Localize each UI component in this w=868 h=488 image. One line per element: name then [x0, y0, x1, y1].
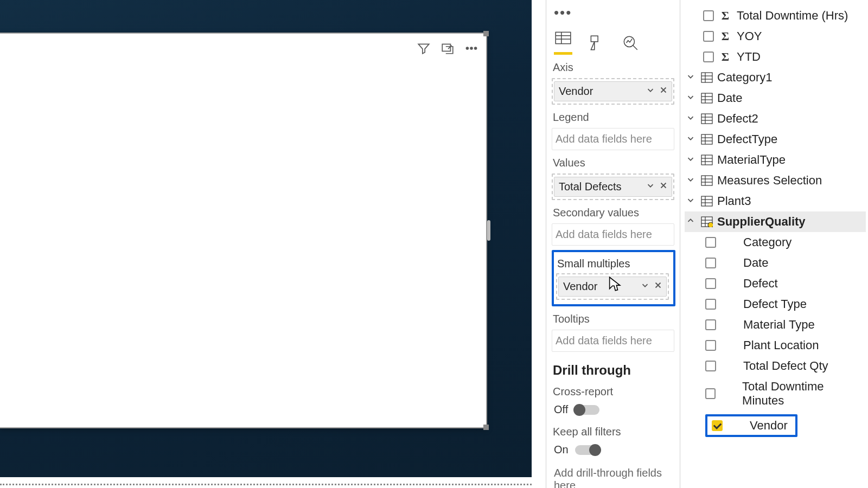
field-row[interactable]: Total Defect Qty: [685, 356, 866, 376]
remove-field-icon[interactable]: [653, 280, 663, 293]
field-row[interactable]: Σ YOY: [685, 26, 866, 47]
table-name: Defect2: [717, 112, 758, 126]
svg-rect-19: [701, 114, 712, 124]
chevron-down-icon[interactable]: [646, 181, 655, 193]
tooltips-well[interactable]: Add data fields here: [552, 330, 674, 352]
small-multiples-field-name: Vendor: [563, 280, 597, 293]
chevron-down-icon[interactable]: [686, 70, 697, 85]
pane-more-icon[interactable]: •••: [552, 4, 676, 21]
field-checkbox[interactable]: [705, 278, 716, 289]
table-row[interactable]: Category1: [685, 67, 866, 88]
more-options-icon[interactable]: [464, 41, 478, 57]
field-checkbox[interactable]: [703, 31, 714, 42]
axis-well[interactable]: Vendor: [552, 78, 674, 105]
field-checkbox[interactable]: [705, 340, 716, 351]
values-field-chip[interactable]: Total Defects: [554, 177, 672, 197]
field-checkbox[interactable]: [712, 420, 723, 431]
field-row[interactable]: Category: [685, 232, 866, 253]
table-name: DefectType: [717, 132, 777, 146]
field-checkbox[interactable]: [705, 319, 716, 330]
chevron-down-icon[interactable]: [686, 112, 697, 126]
field-row[interactable]: Material Type: [685, 314, 866, 335]
table-row[interactable]: Measures Selection: [685, 170, 866, 191]
table-icon: [701, 196, 713, 207]
cross-report-toggle[interactable]: [575, 405, 599, 415]
remove-field-icon[interactable]: [659, 85, 668, 98]
svg-rect-23: [701, 134, 712, 144]
table-icon: [701, 175, 713, 186]
remove-field-icon[interactable]: [659, 181, 668, 193]
fields-tab[interactable]: [554, 29, 572, 55]
small-multiples-well[interactable]: Vendor: [556, 273, 669, 300]
vendor-highlight: Vendor: [705, 414, 797, 437]
svg-rect-11: [701, 73, 712, 82]
field-row-vendor[interactable]: Vendor: [685, 411, 866, 440]
field-name: YOY: [737, 29, 762, 43]
field-checkbox[interactable]: [705, 237, 716, 248]
focus-mode-icon[interactable]: [441, 41, 455, 57]
axis-field-chip[interactable]: Vendor: [554, 81, 672, 101]
field-name: Defect: [743, 277, 778, 291]
table-icon: [701, 72, 713, 83]
field-checkbox[interactable]: [705, 361, 716, 371]
field-name: Date: [743, 256, 768, 270]
axis-label: Axis: [552, 59, 676, 74]
analytics-tab[interactable]: [621, 34, 640, 55]
keep-all-filters-toggle[interactable]: [575, 445, 600, 455]
visual-placeholder[interactable]: [0, 33, 487, 428]
field-row[interactable]: Defect Type: [685, 294, 866, 314]
field-name: Plant Location: [743, 338, 819, 352]
table-name: MaterialType: [717, 153, 786, 167]
table-icon: [701, 134, 713, 145]
filter-icon[interactable]: [417, 41, 431, 57]
field-row[interactable]: Defect: [685, 273, 866, 294]
field-name: Total Defect Qty: [743, 359, 828, 373]
small-multiples-field-chip[interactable]: Vendor: [558, 277, 667, 297]
field-row[interactable]: Date: [685, 253, 866, 273]
report-canvas[interactable]: [0, 0, 546, 488]
secondary-values-well[interactable]: Add data fields here: [552, 223, 674, 246]
svg-rect-15: [701, 93, 712, 103]
table-icon: [701, 155, 713, 165]
tooltips-label: Tooltips: [552, 311, 676, 325]
chevron-down-icon[interactable]: [640, 280, 650, 293]
field-checkbox[interactable]: [705, 299, 716, 310]
chevron-up-icon[interactable]: [686, 215, 697, 229]
table-row[interactable]: Date: [685, 88, 866, 108]
resize-handle-right[interactable]: [487, 220, 490, 241]
table-row[interactable]: MaterialType: [685, 150, 866, 170]
chevron-down-icon[interactable]: [686, 174, 697, 188]
table-row[interactable]: Defect2: [685, 108, 866, 129]
field-checkbox[interactable]: [703, 52, 714, 62]
resize-handle-top-right[interactable]: [483, 31, 489, 36]
small-multiples-highlight: Small multiples Vendor: [552, 250, 675, 306]
svg-point-1: [466, 47, 468, 49]
field-checkbox[interactable]: [703, 10, 714, 21]
resize-handle-bottom-right[interactable]: [483, 425, 489, 430]
field-checkbox[interactable]: [705, 258, 716, 268]
chevron-down-icon[interactable]: [686, 91, 697, 105]
sigma-icon: Σ: [719, 9, 731, 23]
svg-rect-8: [591, 36, 598, 42]
field-row[interactable]: Total Downtime Minutes: [685, 376, 866, 411]
chevron-down-icon[interactable]: [686, 194, 697, 208]
chevron-down-icon[interactable]: [686, 153, 697, 167]
table-row[interactable]: DefectType: [685, 129, 866, 150]
format-tab[interactable]: [588, 34, 606, 55]
values-well[interactable]: Total Defects: [552, 174, 674, 200]
table-row[interactable]: Plant3: [685, 191, 866, 211]
field-row[interactable]: Σ YTD: [685, 47, 866, 67]
field-row[interactable]: Plant Location: [685, 335, 866, 356]
chevron-down-icon[interactable]: [686, 132, 697, 146]
table-supplierquality[interactable]: SupplierQuality: [685, 211, 866, 232]
chevron-down-icon[interactable]: [646, 85, 655, 98]
field-row[interactable]: Σ Total Downtime (Hrs): [685, 5, 866, 26]
axis-field-name: Vendor: [559, 85, 593, 98]
field-checkbox[interactable]: [705, 388, 716, 399]
table-icon: [701, 113, 713, 124]
drill-through-well[interactable]: Add drill-through fields here: [552, 464, 676, 488]
field-name: Total Downtime (Hrs): [737, 9, 848, 23]
sigma-icon: Σ: [719, 29, 731, 43]
legend-well[interactable]: Add data fields here: [552, 128, 674, 150]
table-name: Category1: [717, 70, 773, 85]
